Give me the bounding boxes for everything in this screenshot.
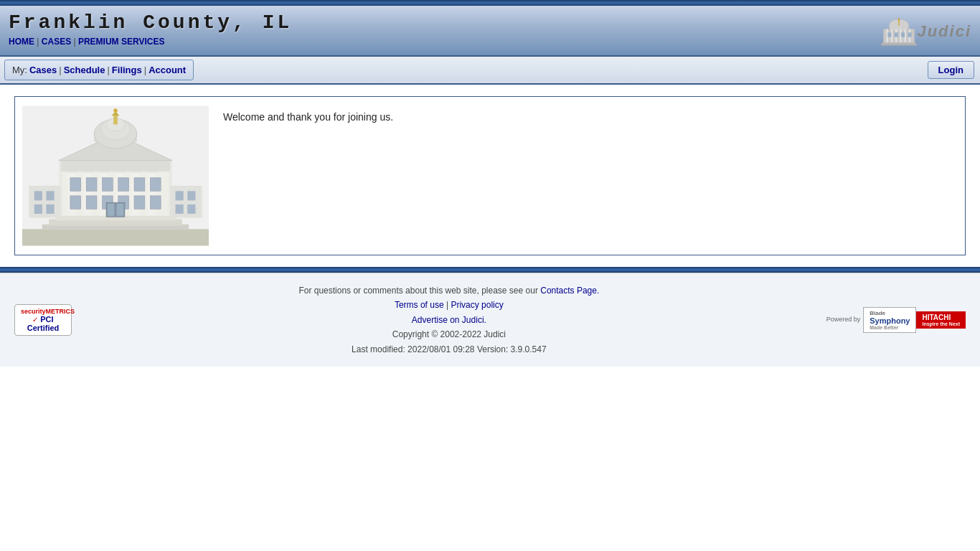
premium-link[interactable]: PREMIUM SERVICES xyxy=(78,37,164,47)
login-button[interactable]: Login xyxy=(928,61,974,79)
navbar-left: My: Cases | Schedule | Filings | Account xyxy=(4,60,194,80)
pci-text: PCI Certified xyxy=(27,315,60,332)
svg-rect-56 xyxy=(150,196,161,209)
svg-rect-59 xyxy=(117,204,123,216)
svg-rect-16 xyxy=(882,42,915,44)
footer-links: Terms of use | Privacy policy xyxy=(72,298,826,312)
svg-rect-66 xyxy=(34,204,42,214)
my-schedule-link[interactable]: Schedule xyxy=(64,65,105,75)
svg-rect-61 xyxy=(170,186,202,218)
footer: securityMETRICS ✓ PCI Certified For ques… xyxy=(0,273,980,367)
my-filings-link[interactable]: Filings xyxy=(112,65,142,75)
svg-rect-52 xyxy=(86,196,97,209)
svg-rect-58 xyxy=(108,204,114,216)
svg-rect-47 xyxy=(102,178,113,192)
welcome-text: Welcome and thank you for joining us. xyxy=(223,104,393,130)
svg-rect-13 xyxy=(902,32,905,37)
footer-advertise: Advertise on Judici. xyxy=(72,313,826,327)
content-box: Welcome and thank you for joining us. xyxy=(14,96,966,255)
footer-copyright: Copyright © 2002-2022 Judici xyxy=(72,327,826,342)
footer-questions: For questions or comments about this web… xyxy=(72,283,826,298)
svg-rect-46 xyxy=(86,178,97,192)
courthouse-svg xyxy=(22,104,209,248)
terms-link[interactable]: Terms of use xyxy=(395,300,444,310)
powered-by-text: Powered by xyxy=(826,316,861,323)
judici-logo-svg xyxy=(881,11,917,51)
contacts-link[interactable]: Contacts Page. xyxy=(540,286,599,296)
svg-rect-50 xyxy=(150,178,161,192)
svg-rect-11 xyxy=(888,32,892,37)
svg-rect-45 xyxy=(70,178,81,192)
pci-badge: securityMETRICS ✓ PCI Certified xyxy=(14,304,72,336)
svg-rect-67 xyxy=(46,204,54,214)
vendor-logos: Blade Symphony Made Better HITACHI Inspi… xyxy=(863,307,966,333)
main-content: Welcome and thank you for joining us. xyxy=(0,85,980,267)
judici-brand-text: Judici xyxy=(917,22,971,41)
svg-rect-65 xyxy=(187,191,195,200)
site-title: Franklin County, IL xyxy=(9,11,292,34)
my-cases-link[interactable]: Cases xyxy=(29,65,57,75)
svg-rect-62 xyxy=(34,191,42,200)
svg-rect-68 xyxy=(176,204,184,214)
svg-rect-49 xyxy=(134,178,145,192)
header-left: Franklin County, IL HOME | CASES | PREMI… xyxy=(9,11,292,47)
my-account-link[interactable]: Account xyxy=(149,65,186,75)
footer-center: For questions or comments about this web… xyxy=(72,283,826,357)
svg-rect-12 xyxy=(895,32,898,37)
security-metrics-text: securityMETRICS xyxy=(21,308,65,315)
top-bar xyxy=(0,0,980,6)
judici-logo: Judici xyxy=(881,11,971,51)
svg-rect-42 xyxy=(113,116,118,124)
svg-point-44 xyxy=(113,108,118,113)
footer-lastmodified: Last modified: 2022/08/01 09:28 Version:… xyxy=(72,342,826,357)
courthouse-image xyxy=(22,104,209,248)
svg-rect-18 xyxy=(22,229,209,245)
privacy-link[interactable]: Privacy policy xyxy=(451,300,503,310)
svg-rect-36 xyxy=(61,161,170,171)
svg-rect-60 xyxy=(29,186,61,218)
footer-right: Powered by Blade Symphony Made Better HI… xyxy=(826,307,966,333)
cases-link[interactable]: CASES xyxy=(42,37,71,47)
svg-rect-63 xyxy=(46,191,54,200)
blade-symphony-logo: Blade Symphony Made Better xyxy=(863,307,916,333)
svg-rect-51 xyxy=(70,196,81,209)
footer-left: securityMETRICS ✓ PCI Certified xyxy=(14,304,72,336)
header: Franklin County, IL HOME | CASES | PREMI… xyxy=(0,6,980,57)
hitachi-logo: HITACHI Inspire the Next xyxy=(916,311,966,329)
bottom-bar xyxy=(0,267,980,273)
svg-point-4 xyxy=(898,18,900,20)
svg-rect-55 xyxy=(134,196,145,209)
advertise-link[interactable]: Advertise on Judici. xyxy=(412,315,486,325)
svg-rect-64 xyxy=(176,191,184,200)
svg-rect-14 xyxy=(908,32,912,37)
home-link[interactable]: HOME xyxy=(9,37,34,47)
checkmark-icon: ✓ xyxy=(32,316,38,324)
navbar: My: Cases | Schedule | Filings | Account… xyxy=(0,57,980,85)
header-nav: HOME | CASES | PREMIUM SERVICES xyxy=(9,37,292,47)
svg-rect-48 xyxy=(118,178,129,192)
my-label: My: xyxy=(12,65,27,75)
svg-rect-69 xyxy=(187,204,195,214)
